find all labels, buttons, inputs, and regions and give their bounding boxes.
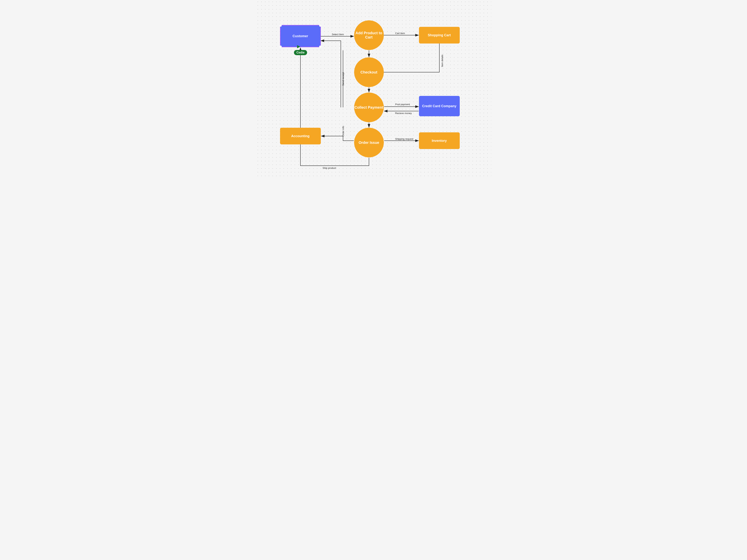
label-select-item: Select Item — [332, 33, 344, 36]
add-product-label: Add Product to Cart — [354, 31, 384, 39]
credit-card-label: Credit Card Company — [422, 104, 456, 108]
add-product-node[interactable]: Add Product to Cart — [354, 20, 384, 50]
label-item-details: Item details — [441, 55, 444, 67]
order-issue-label: Order Issue — [359, 140, 379, 145]
inventory-label: Inventory — [432, 139, 447, 143]
label-send-receipt: Send receipt — [342, 72, 344, 86]
label-ship-product: Ship product — [323, 167, 336, 169]
credit-card-node[interactable]: Credit Card Company — [419, 96, 460, 116]
label-post-payment: Post payment — [395, 103, 410, 106]
customer-node[interactable]: Customer — [280, 25, 321, 47]
accounting-node[interactable]: Accounting — [280, 128, 321, 144]
shopping-cart-node[interactable]: Shopping Cart — [419, 27, 460, 44]
shopping-cart-label: Shopping Cart — [428, 33, 451, 37]
label-cart-item: Cart item — [395, 32, 405, 35]
cedie-label: Cedie — [294, 50, 307, 55]
label-shipping-request: Shipping request — [395, 137, 413, 140]
diagram-canvas: Select Item Cart item Item details Send … — [256, 0, 491, 178]
order-issue-node[interactable]: Order Issue — [354, 128, 384, 157]
collect-payment-node[interactable]: Collect Payment — [354, 92, 384, 122]
checkout-node[interactable]: Checkout — [354, 57, 384, 87]
accounting-label: Accounting — [291, 134, 310, 138]
label-order-info: Order info — [342, 126, 344, 137]
label-receive-money: Recieve money — [395, 112, 412, 114]
customer-label: Customer — [292, 34, 308, 38]
collect-payment-label: Collect Payment — [355, 105, 383, 110]
cursor-icon: ▶ — [297, 44, 300, 49]
checkout-label: Checkout — [360, 70, 377, 74]
inventory-node[interactable]: Inventory — [419, 132, 460, 149]
